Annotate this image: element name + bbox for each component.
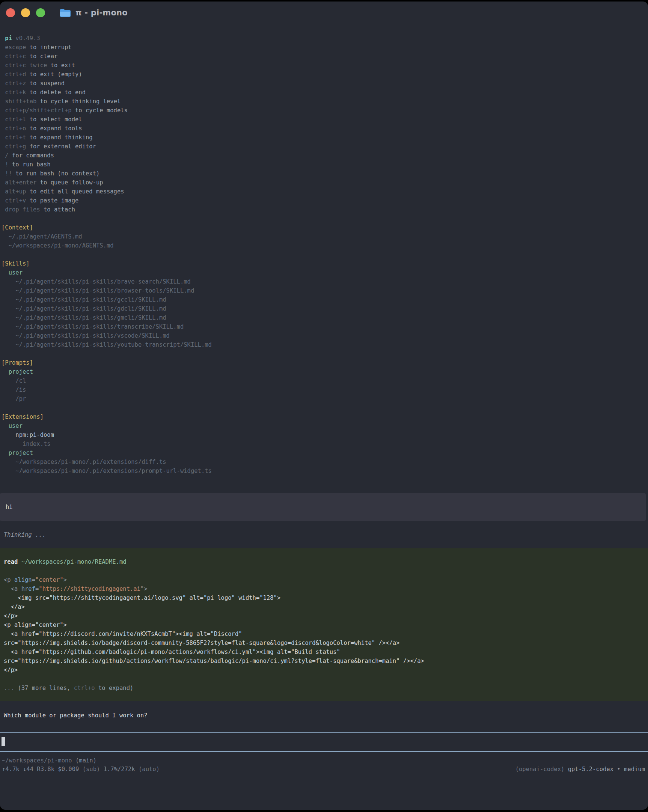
terminal-line	[4, 566, 648, 575]
terminal-line: ctrl+z to suspend	[2, 79, 212, 88]
terminal-line: ctrl+p/shift+ctrl+p to cycle models	[2, 106, 212, 115]
terminal-line: <a href="https://discord.com/invite/nKXT…	[4, 629, 648, 638]
terminal-line: drop files to attach	[2, 205, 212, 214]
terminal-line: index.ts	[2, 440, 212, 449]
terminal-line: [Context]	[2, 223, 212, 232]
terminal-line: ctrl+k to delete to end	[2, 88, 212, 97]
terminal-line: ctrl+c to clear	[2, 52, 212, 61]
terminal-line: ctrl+d to exit (empty)	[2, 70, 212, 79]
terminal-line: ctrl+t to expand thinking	[2, 133, 212, 142]
terminal-line: </p>	[4, 665, 648, 675]
terminal-line: ~/workspaces/pi-mono/AGENTS.md	[2, 241, 212, 250]
terminal-line: / for commands	[2, 151, 212, 160]
terminal-line: ~/.pi/agent/skills/pi-skills/gmcli/SKILL…	[2, 313, 212, 322]
terminal-line: ctrl+v to paste image	[2, 196, 212, 205]
terminal-window: π - pi-mono pi v0.49.3 escape to interru…	[0, 2, 648, 810]
terminal-line: ~/.pi/agent/AGENTS.md	[2, 232, 212, 241]
terminal-line: ctrl+o to expand tools	[2, 124, 212, 133]
terminal-line	[2, 214, 212, 223]
terminal-line: ~/.pi/agent/skills/pi-skills/browser-too…	[2, 286, 212, 295]
window-title: π - pi-mono	[75, 8, 128, 17]
terminal-line: alt+enter to queue follow-up	[2, 178, 212, 187]
zoom-button[interactable]	[36, 8, 45, 17]
terminal-line: src="https://img.shields.io/github/actio…	[4, 656, 648, 665]
terminal-line: ~/workspaces/pi-mono (main)	[2, 756, 96, 765]
terminal-line: user	[2, 421, 212, 430]
terminal-line: project	[2, 367, 212, 376]
terminal-line: ~/.pi/agent/skills/pi-skills/vscode/SKIL…	[2, 331, 212, 340]
terminal-line: </p>	[4, 611, 648, 620]
terminal-line: shift+tab to cycle thinking level	[2, 97, 212, 106]
terminal-line: alt+up to edit all queued messages	[2, 187, 212, 196]
terminal-line: ~/.pi/agent/skills/pi-skills/brave-searc…	[2, 277, 212, 286]
status-bar-path: ~/workspaces/pi-mono (main)	[2, 756, 96, 765]
terminal-intro-output: pi v0.49.3 escape to interrupt ctrl+c to…	[2, 34, 212, 475]
terminal-line: npm:pi-doom	[2, 430, 212, 440]
thinking-indicator: Thinking ...	[4, 530, 46, 539]
terminal-line: ctrl+c twice to exit	[2, 61, 212, 70]
terminal-line: <p align="center">	[4, 575, 648, 585]
terminal-line: <img src="https://shittycodingagent.ai/l…	[4, 594, 648, 603]
terminal-line: ~/.pi/agent/skills/pi-skills/transcribe/…	[2, 322, 212, 331]
minimize-button[interactable]	[21, 8, 30, 17]
text-cursor	[2, 737, 5, 746]
terminal-line: [Skills]	[2, 259, 212, 268]
assistant-message: Which module or package should I work on…	[4, 711, 148, 720]
user-message-text: hi	[6, 502, 13, 511]
terminal-line: <a href="https://shittycodingagent.ai">	[4, 585, 648, 594]
terminal-line: [Extensions]	[2, 412, 212, 421]
terminal-line: project	[2, 449, 212, 458]
terminal-line	[4, 675, 648, 684]
terminal-line: (openai-codex) gpt-5.2-codex • medium	[515, 765, 645, 774]
terminal-line: read ~/workspaces/pi-mono/README.md	[4, 557, 648, 566]
terminal-line: <a href="https://github.com/badlogic/pi-…	[4, 647, 648, 656]
terminal-line: ... (37 more lines, ctrl+o to expand)	[4, 684, 648, 693]
terminal-line	[2, 403, 212, 412]
title-bar[interactable]: π - pi-mono	[0, 2, 648, 24]
terminal-line: [Prompts]	[2, 358, 212, 367]
terminal-line: ~/.pi/agent/skills/pi-skills/gdcli/SKILL…	[2, 304, 212, 313]
terminal-line: user	[2, 268, 212, 277]
desktop: { "window": { "title": "π - pi-mono", "c…	[0, 0, 648, 812]
folder-icon	[59, 8, 71, 18]
tool-call-read-block: read ~/workspaces/pi-mono/README.md <p a…	[0, 548, 648, 701]
terminal-line: ctrl+g for external editor	[2, 142, 212, 151]
terminal-line: /pr	[2, 394, 212, 403]
terminal-line: !! to run bash (no context)	[2, 169, 212, 178]
terminal-line: pi v0.49.3	[2, 34, 212, 43]
terminal-line: ~/workspaces/pi-mono/.pi/extensions/diff…	[2, 458, 212, 467]
terminal-line: escape to interrupt	[2, 43, 212, 52]
terminal-line: ~/.pi/agent/skills/pi-skills/gccli/SKILL…	[2, 295, 212, 304]
terminal-line: </a>	[4, 603, 648, 611]
close-button[interactable]	[6, 8, 15, 17]
input-divider-bottom	[0, 751, 648, 752]
terminal-line	[2, 250, 212, 259]
terminal-line: ctrl+l to select model	[2, 115, 212, 124]
terminal-line: /is	[2, 385, 212, 394]
status-bar-model: (openai-codex) gpt-5.2-codex • medium	[515, 765, 645, 774]
terminal-line: ↑4.7k ↓44 R3.8k $0.009 (sub) 1.7%/272k (…	[2, 765, 160, 774]
terminal-line: <p align="center">	[4, 620, 648, 629]
terminal-line: ~/.pi/agent/skills/pi-skills/youtube-tra…	[2, 340, 212, 349]
prompt-input[interactable]	[0, 733, 648, 751]
terminal-line: ! to run bash	[2, 160, 212, 169]
terminal-line: ~/workspaces/pi-mono/.pi/extensions/prom…	[2, 467, 212, 475]
terminal-line: src="https://img.shields.io/badge/discor…	[4, 638, 648, 647]
terminal-line	[2, 349, 212, 358]
user-message: hi	[0, 493, 646, 521]
status-bar-usage: ↑4.7k ↓44 R3.8k $0.009 (sub) 1.7%/272k (…	[2, 765, 160, 774]
terminal-line: /cl	[2, 376, 212, 385]
